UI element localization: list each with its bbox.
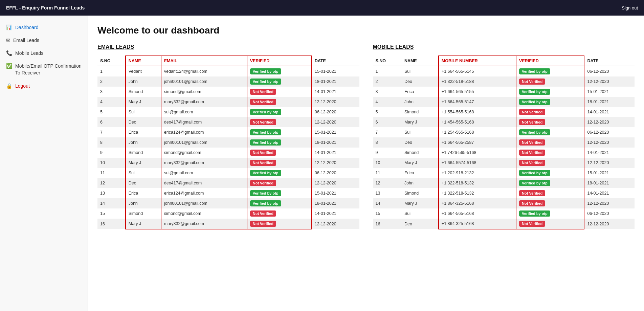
cell-name: Mary J: [126, 97, 161, 107]
cell-email: simond@gmail.com: [161, 87, 247, 97]
verified-badge: Not Verified: [250, 210, 276, 217]
verified-badge: Verified by otp: [250, 79, 281, 85]
table-row: 5 Simond +1 554-565-5168 Not Verified 14…: [373, 107, 635, 117]
cell-verified: Verified by otp: [247, 168, 312, 178]
cell-date: 12-12-2020: [584, 117, 635, 127]
cell-email: mary332@gmail.com: [161, 97, 247, 107]
verified-badge: Not Verified: [519, 190, 545, 196]
cell-sno: 9: [97, 148, 126, 158]
cell-mobile: +1 664-565-5147: [439, 97, 516, 107]
cell-verified: Not Verified: [247, 87, 312, 97]
cell-name: Erica: [126, 188, 161, 198]
cell-sno: 2: [373, 76, 402, 87]
verified-badge: Verified by otp: [519, 99, 550, 105]
sidebar-item-otp-confirmation[interactable]: ✅ Mobile/Email OTP Confirmation To Recei…: [0, 60, 88, 80]
verified-badge: Verified by otp: [250, 200, 281, 206]
sidebar-item-email-leads[interactable]: ✉ Email Leads: [0, 34, 88, 47]
email-leads-section: EMAIL LEADS S.NO NAME EMAIL VERIFIED DAT…: [97, 44, 359, 229]
cell-date: 14-01-2021: [312, 148, 359, 158]
cell-mobile: +1 454-565-5168: [439, 117, 516, 127]
cell-sno: 2: [97, 76, 126, 87]
cell-sno: 15: [373, 208, 402, 219]
mobile-col-name: NAME: [402, 56, 439, 66]
app-title: EFFL - Enquiry Form Funnel Leads: [6, 5, 85, 10]
cell-verified: Not Verified: [516, 107, 584, 117]
cell-sno: 15: [97, 208, 126, 219]
table-row: 4 Mary J mary332@gmail.com Not Verified …: [97, 97, 359, 107]
verified-badge: Not Verified: [250, 99, 276, 105]
cell-name: John: [126, 198, 161, 208]
verified-badge: Verified by otp: [250, 68, 281, 74]
cell-date: 06-12-2020: [584, 208, 635, 219]
sidebar-item-mobile-leads[interactable]: 📞 Mobile Leads: [0, 47, 88, 60]
cell-sno: 1: [97, 66, 126, 76]
sidebar: 📊 Dashboard ✉ Email Leads 📞 Mobile Leads…: [0, 16, 88, 311]
checkmark-icon: ✅: [6, 63, 13, 69]
table-row: 3 Erica +1 664-565-5155 Verified by otp …: [373, 87, 635, 97]
main-content: Welcome to our dashboard EMAIL LEADS S.N…: [88, 16, 644, 311]
cell-mobile: +1 322-518-5132: [439, 188, 516, 198]
table-row: 1 Sui +1 664-565-5145 Verified by otp 06…: [373, 66, 635, 76]
verified-badge: Verified by otp: [250, 129, 281, 135]
sidebar-item-dashboard[interactable]: 📊 Dashboard: [0, 21, 88, 34]
cell-name: Sui: [126, 168, 161, 178]
cell-date: 06-12-2020: [584, 66, 635, 76]
email-col-name: NAME: [126, 56, 161, 66]
email-icon: ✉: [6, 37, 10, 43]
cell-date: 12-12-2020: [584, 137, 635, 148]
verified-badge: Not Verified: [250, 150, 276, 156]
cell-email: deo417@gmail.com: [161, 178, 247, 188]
cell-name: Deo: [402, 76, 439, 87]
cell-verified: Verified by otp: [516, 87, 584, 97]
cell-name: Deo: [402, 137, 439, 148]
cell-date: 15-01-2021: [584, 87, 635, 97]
mobile-table-header-row: S.NO NAME MOBILE NUMBER VERIFIED DATE: [373, 56, 635, 66]
tables-row: EMAIL LEADS S.NO NAME EMAIL VERIFIED DAT…: [97, 44, 635, 229]
table-row: 8 John john00101@gmail.com Verified by o…: [97, 137, 359, 148]
cell-date: 14-01-2021: [584, 107, 635, 117]
lock-icon: 🔒: [6, 83, 13, 89]
sidebar-item-logout[interactable]: 🔒 Logout: [0, 80, 88, 92]
cell-name: Sui: [402, 66, 439, 76]
verified-badge: Verified by otp: [250, 139, 281, 146]
cell-sno: 8: [97, 137, 126, 148]
cell-name: Simond: [402, 107, 439, 117]
cell-email: deo417@gmail.com: [161, 117, 247, 127]
verified-badge: Verified by otp: [519, 210, 550, 217]
cell-mobile: +1 664-565-5145: [439, 66, 516, 76]
cell-name: Mary J: [402, 158, 439, 168]
cell-date: 12-12-2020: [312, 158, 359, 168]
cell-date: 06-12-2020: [312, 168, 359, 178]
cell-date: 18-01-2021: [584, 178, 635, 188]
table-row: 10 Mary J mary332@gmail.com Not Verified…: [97, 158, 359, 168]
cell-mobile: +1 322-518-5132: [439, 178, 516, 188]
cell-verified: Verified by otp: [516, 127, 584, 137]
cell-mobile: +1 7426-565-5168: [439, 148, 516, 158]
mobile-leads-title: MOBILE LEADS: [373, 44, 635, 50]
cell-mobile: +1 664-5574-5168: [439, 158, 516, 168]
email-col-date: DATE: [312, 56, 359, 66]
email-table-header-row: S.NO NAME EMAIL VERIFIED DATE: [97, 56, 359, 66]
email-leads-title: EMAIL LEADS: [97, 44, 359, 50]
verified-badge: Verified by otp: [250, 170, 281, 176]
table-row: 7 Erica erica124@gmail.com Verified by o…: [97, 127, 359, 137]
mobile-leads-table: S.NO NAME MOBILE NUMBER VERIFIED DATE 1 …: [373, 55, 635, 229]
verified-badge: Not Verified: [519, 221, 545, 227]
cell-sno: 3: [373, 87, 402, 97]
cell-sno: 12: [373, 178, 402, 188]
cell-date: 12-12-2020: [584, 198, 635, 208]
cell-name: Simond: [402, 148, 439, 158]
sign-out-button[interactable]: Sign out: [622, 5, 638, 10]
table-row: 11 Sui sui@gmail.com Verified by otp 06-…: [97, 168, 359, 178]
cell-date: 15-01-2021: [312, 127, 359, 137]
cell-sno: 11: [373, 168, 402, 178]
table-row: 4 John +1 664-565-5147 Verified by otp 1…: [373, 97, 635, 107]
cell-sno: 6: [97, 117, 126, 127]
cell-email: sui@gmail.com: [161, 168, 247, 178]
cell-date: 06-12-2020: [312, 107, 359, 117]
sidebar-label-mobile-leads: Mobile Leads: [15, 50, 43, 56]
cell-name: Simond: [126, 87, 161, 97]
table-row: 8 Deo +1 664-565-2587 Not Verified 12-12…: [373, 137, 635, 148]
page-title: Welcome to our dashboard: [97, 25, 635, 36]
table-row: 7 Sui +1 254-565-5168 Verified by otp 06…: [373, 127, 635, 137]
